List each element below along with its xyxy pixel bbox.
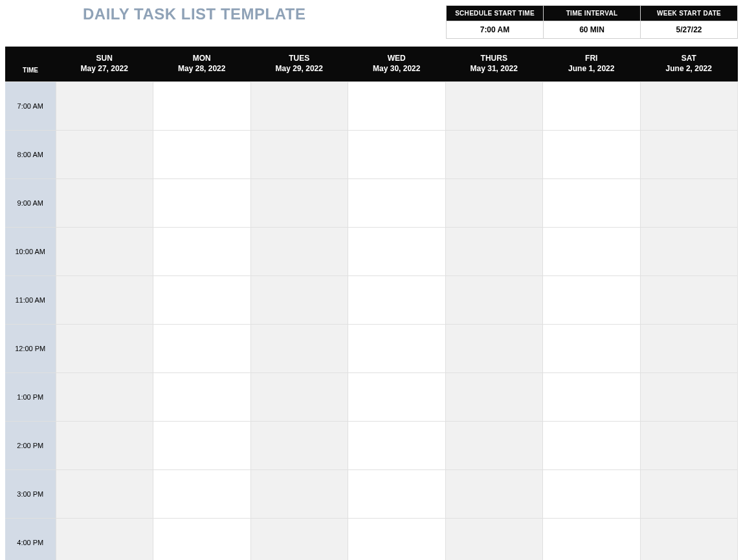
settings-value-week-start[interactable]: 5/27/22 <box>641 21 738 39</box>
task-cell[interactable] <box>445 470 543 519</box>
task-cell[interactable] <box>543 179 641 228</box>
task-cell[interactable] <box>348 179 446 228</box>
task-cell[interactable] <box>153 325 251 373</box>
grid-row: 3:00 PM <box>5 470 738 519</box>
task-cell[interactable] <box>56 131 153 179</box>
task-cell[interactable] <box>250 470 348 519</box>
task-cell[interactable] <box>640 519 738 560</box>
task-cell[interactable] <box>543 228 641 276</box>
day-date: May 31, 2022 <box>448 63 540 74</box>
task-cell[interactable] <box>153 276 251 325</box>
grid-row: 4:00 PM <box>5 519 738 560</box>
task-cell[interactable] <box>348 131 446 179</box>
task-cell[interactable] <box>250 179 348 228</box>
task-cell[interactable] <box>543 325 641 373</box>
day-of-week: FRI <box>546 53 638 63</box>
time-label: 2:00 PM <box>5 422 56 470</box>
task-cell[interactable] <box>640 82 738 131</box>
time-label: 10:00 AM <box>5 228 56 276</box>
task-cell[interactable] <box>445 228 543 276</box>
task-cell[interactable] <box>640 422 738 470</box>
task-cell[interactable] <box>56 325 153 373</box>
grid-row: 11:00 AM <box>5 276 738 325</box>
task-cell[interactable] <box>153 82 251 131</box>
task-cell[interactable] <box>348 276 446 325</box>
task-cell[interactable] <box>56 82 153 131</box>
settings-header-interval: TIME INTERVAL <box>544 6 641 21</box>
task-cell[interactable] <box>250 519 348 560</box>
grid-row: 1:00 PM <box>5 373 738 422</box>
page-title: DAILY TASK LIST TEMPLATE <box>5 5 446 23</box>
task-cell[interactable] <box>250 325 348 373</box>
task-cell[interactable] <box>250 422 348 470</box>
task-cell[interactable] <box>543 373 641 422</box>
grid-row: 12:00 PM <box>5 325 738 373</box>
day-of-week: SUN <box>58 53 151 63</box>
task-cell[interactable] <box>640 470 738 519</box>
day-of-week: TUES <box>253 53 346 63</box>
task-cell[interactable] <box>153 131 251 179</box>
task-cell[interactable] <box>56 519 153 560</box>
task-cell[interactable] <box>640 373 738 422</box>
grid-header-day-tues: TUES May 29, 2022 <box>250 47 348 82</box>
time-label: 12:00 PM <box>5 325 56 373</box>
task-cell[interactable] <box>640 228 738 276</box>
task-cell[interactable] <box>153 179 251 228</box>
settings-value-start-time[interactable]: 7:00 AM <box>447 21 544 39</box>
task-cell[interactable] <box>250 373 348 422</box>
task-cell[interactable] <box>348 82 446 131</box>
task-cell[interactable] <box>56 470 153 519</box>
task-cell[interactable] <box>445 276 543 325</box>
task-cell[interactable] <box>250 82 348 131</box>
task-cell[interactable] <box>445 325 543 373</box>
task-cell[interactable] <box>153 470 251 519</box>
task-cell[interactable] <box>153 373 251 422</box>
task-cell[interactable] <box>543 82 641 131</box>
grid-header-day-mon: MON May 28, 2022 <box>153 47 251 82</box>
task-cell[interactable] <box>543 276 641 325</box>
task-cell[interactable] <box>250 276 348 325</box>
task-cell[interactable] <box>445 519 543 560</box>
day-date: May 30, 2022 <box>351 63 443 74</box>
task-cell[interactable] <box>543 470 641 519</box>
task-cell[interactable] <box>543 422 641 470</box>
grid-row: 7:00 AM <box>5 82 738 131</box>
task-cell[interactable] <box>56 373 153 422</box>
grid-header-day-fri: FRI June 1, 2022 <box>543 47 641 82</box>
task-cell[interactable] <box>56 422 153 470</box>
task-cell[interactable] <box>153 519 251 560</box>
task-cell[interactable] <box>640 131 738 179</box>
grid-header-day-thurs: THURS May 31, 2022 <box>445 47 543 82</box>
task-cell[interactable] <box>153 422 251 470</box>
task-cell[interactable] <box>348 422 446 470</box>
task-cell[interactable] <box>445 131 543 179</box>
task-cell[interactable] <box>640 179 738 228</box>
task-cell[interactable] <box>640 276 738 325</box>
time-label: 7:00 AM <box>5 82 56 131</box>
task-cell[interactable] <box>543 519 641 560</box>
task-cell[interactable] <box>56 228 153 276</box>
grid-header-day-wed: WED May 30, 2022 <box>348 47 446 82</box>
task-cell[interactable] <box>445 373 543 422</box>
task-cell[interactable] <box>250 131 348 179</box>
task-cell[interactable] <box>56 276 153 325</box>
task-cell[interactable] <box>445 179 543 228</box>
day-date: June 1, 2022 <box>546 63 638 74</box>
task-cell[interactable] <box>348 373 446 422</box>
task-cell[interactable] <box>348 519 446 560</box>
task-cell[interactable] <box>348 325 446 373</box>
task-cell[interactable] <box>348 470 446 519</box>
grid-header-day-sat: SAT June 2, 2022 <box>640 47 738 82</box>
task-cell[interactable] <box>445 82 543 131</box>
day-of-week: MON <box>156 53 249 63</box>
task-cell[interactable] <box>640 325 738 373</box>
settings-value-interval[interactable]: 60 MIN <box>544 21 641 39</box>
task-cell[interactable] <box>543 131 641 179</box>
task-cell[interactable] <box>250 228 348 276</box>
settings-header-start-time: SCHEDULE START TIME <box>447 6 544 21</box>
grid-body: 7:00 AM8:00 AM9:00 AM10:00 AM11:00 AM12:… <box>5 82 738 560</box>
task-cell[interactable] <box>56 179 153 228</box>
task-cell[interactable] <box>153 228 251 276</box>
task-cell[interactable] <box>348 228 446 276</box>
task-cell[interactable] <box>445 422 543 470</box>
